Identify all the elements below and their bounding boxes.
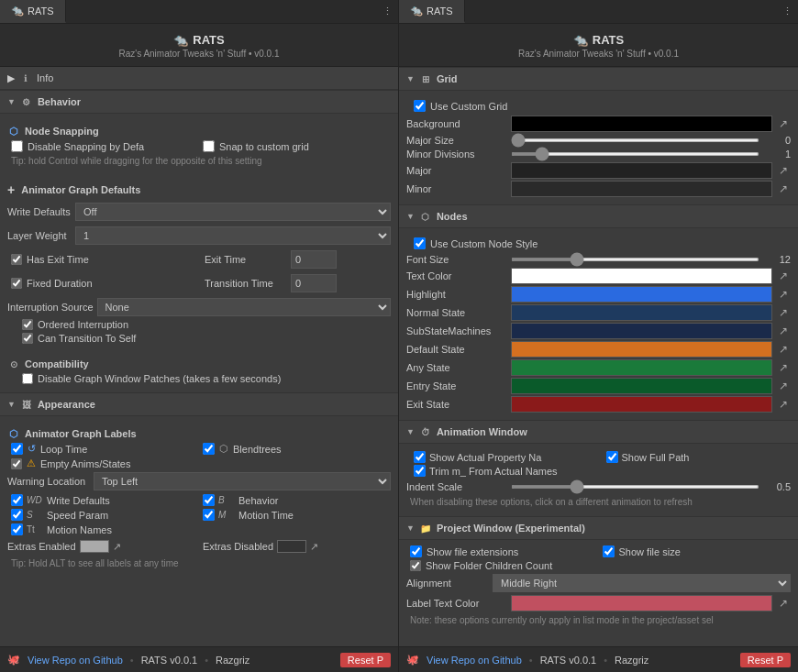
behavior-section-header[interactable]: ▼ ⚙ Behavior (0, 90, 398, 114)
show-folder-children-checkbox[interactable] (410, 560, 421, 571)
any-state-pick-btn[interactable]: ↗ (776, 360, 791, 375)
normal-state-pick-btn[interactable]: ↗ (776, 305, 791, 320)
trim-m-checkbox[interactable] (414, 465, 426, 477)
exit-state-swatch[interactable] (511, 396, 772, 413)
left-panel-menu-icon[interactable]: ⋮ (382, 6, 393, 17)
alignment-select[interactable]: Middle Right Middle Left Middle Center (493, 574, 791, 592)
warning-location-select[interactable]: Top LeftTop RightBottom Left (94, 472, 391, 490)
normal-state-swatch[interactable] (511, 304, 772, 321)
exit-state-row: Exit State ↗ (406, 396, 791, 413)
major-swatch[interactable] (511, 162, 772, 179)
transition-time-input[interactable] (291, 274, 337, 292)
right-tab-rats[interactable]: 🐀 RATS (399, 0, 465, 23)
layer-weight-select[interactable]: 10 (75, 226, 391, 245)
snap-custom-grid-checkbox[interactable] (203, 140, 215, 152)
extras-disabled-pick[interactable]: ↗ (310, 541, 318, 553)
indent-scale-row: Indent Scale 0.5 (406, 481, 791, 492)
major-label: Major (406, 165, 507, 176)
exit-state-pick-btn[interactable]: ↗ (776, 397, 791, 412)
default-state-swatch[interactable] (511, 341, 772, 358)
loop-time-checkbox[interactable] (11, 443, 23, 455)
minor-swatch[interactable] (511, 181, 772, 197)
label-text-color-pick-btn[interactable]: ↗ (776, 596, 791, 611)
use-custom-grid-checkbox[interactable] (414, 100, 426, 112)
background-pick-btn[interactable]: ↗ (776, 116, 791, 131)
show-file-size-checkbox[interactable] (603, 545, 615, 557)
font-size-value: 12 (763, 254, 791, 265)
info-section-header[interactable]: ▶ ℹ Info (0, 67, 398, 90)
m-text: Motion Time (238, 510, 294, 521)
ordered-interruption-checkbox[interactable] (22, 319, 33, 330)
m-checkbox[interactable] (203, 509, 215, 521)
left-repo-link[interactable]: View Repo on Github (28, 655, 123, 666)
substatemachines-swatch[interactable] (511, 323, 772, 339)
tt-checkbox[interactable] (11, 523, 23, 535)
fixed-duration-checkbox[interactable] (11, 278, 22, 289)
entry-state-swatch[interactable] (511, 378, 772, 394)
left-panel-header: 🐀 RATS Raz's Animator Tweaks 'n' Stuff •… (0, 24, 398, 67)
show-actual-property-checkbox[interactable] (414, 451, 426, 463)
default-state-pick-btn[interactable]: ↗ (776, 342, 791, 357)
any-state-swatch[interactable] (511, 359, 772, 376)
right-repo-link[interactable]: View Repo on Github (427, 655, 522, 666)
b-checkbox[interactable] (203, 494, 215, 506)
snap-custom-grid-col: Snap to custom grid (199, 140, 391, 152)
layer-weight-label: Layer Weight (7, 230, 72, 241)
right-panel-menu-icon[interactable]: ⋮ (782, 6, 792, 17)
minor-divisions-slider[interactable] (511, 152, 759, 156)
anim-window-section-header[interactable]: ▼ ⏱ Animation Window (399, 420, 798, 444)
nodes-section-header[interactable]: ▼ ⬡ Nodes (399, 204, 798, 228)
can-transition-self-checkbox[interactable] (22, 333, 33, 344)
exit-time-input[interactable] (291, 250, 337, 269)
nodes-section-body: Use Custom Node Style Font Size 12 Text … (399, 228, 798, 420)
has-exit-time-checkbox[interactable] (11, 254, 22, 265)
left-tab-rats[interactable]: 🐀 RATS (0, 0, 66, 23)
left-sep2: • (205, 655, 208, 666)
interruption-source-select[interactable]: None (97, 298, 391, 316)
minor-label: Minor (406, 183, 507, 194)
font-size-label: Font Size (406, 254, 507, 265)
substatemachines-pick-btn[interactable]: ↗ (776, 324, 791, 338)
project-window-section-header[interactable]: ▼ 📁 Project Window (Experimental) (399, 516, 798, 540)
highlight-swatch[interactable] (511, 286, 772, 303)
write-defaults-select[interactable]: OffOn (75, 203, 391, 221)
left-reset-button[interactable]: Reset P (340, 653, 391, 667)
major-size-slider[interactable] (511, 138, 759, 142)
minor-pick-btn[interactable]: ↗ (776, 182, 791, 196)
info-icon: ℹ (19, 72, 32, 84)
extras-row: Extras Enabled ↗ Extras Disabled ↗ (7, 540, 391, 553)
show-file-size-label: Show file size (619, 546, 681, 557)
background-swatch[interactable] (511, 116, 772, 132)
empty-anims-checkbox[interactable] (11, 458, 22, 469)
extras-disabled-swatch[interactable] (277, 540, 306, 553)
indent-scale-slider[interactable] (511, 485, 759, 489)
loop-blend-row: ↺ Loop Time ⬡ Blendtrees (7, 443, 391, 455)
major-pick-btn[interactable]: ↗ (776, 163, 791, 178)
blendtrees-checkbox[interactable] (203, 443, 215, 455)
wd-checkbox[interactable] (11, 494, 23, 506)
appearance-section-header[interactable]: ▼ 🖼 Appearance (0, 392, 398, 416)
entry-state-pick-btn[interactable]: ↗ (776, 379, 791, 393)
extras-enabled-swatch[interactable] (80, 540, 109, 553)
highlight-pick-btn[interactable]: ↗ (776, 287, 791, 302)
show-full-path-checkbox[interactable] (606, 451, 618, 463)
label-text-color-swatch[interactable] (511, 595, 772, 611)
node-snapping-header: ⬡ Node Snapping (7, 125, 391, 138)
major-size-label: Major Size (406, 135, 507, 146)
disable-snapping-checkbox[interactable] (11, 140, 23, 152)
text-color-pick-btn[interactable]: ↗ (776, 269, 791, 283)
text-color-swatch[interactable] (511, 268, 772, 284)
right-reset-button[interactable]: Reset P (740, 653, 791, 667)
grid-section-header[interactable]: ▼ ⊞ Grid (399, 67, 798, 91)
can-transition-self-row: Can Transition To Self (7, 333, 391, 344)
s-checkbox[interactable] (11, 509, 23, 521)
font-size-slider[interactable] (511, 258, 759, 261)
agd-plus-icon: + (7, 182, 15, 197)
use-custom-node-style-checkbox[interactable] (414, 237, 426, 249)
nodes-icon: ⬡ (419, 210, 432, 223)
extras-enabled-pick[interactable]: ↗ (113, 541, 121, 553)
b-text: Behavior (238, 495, 278, 506)
show-file-ext-checkbox[interactable] (410, 545, 422, 557)
right-sep2: • (604, 655, 607, 666)
disable-graph-window-checkbox[interactable] (22, 373, 33, 384)
